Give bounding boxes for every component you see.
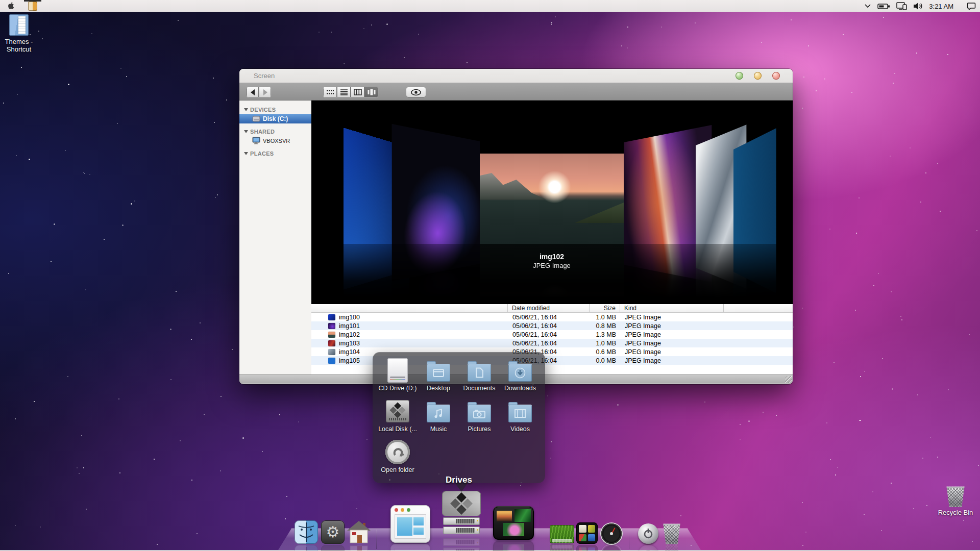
maximize-button[interactable] bbox=[754, 72, 762, 80]
hidden-icons-chevron-icon[interactable] bbox=[864, 4, 871, 9]
disclosure-triangle-icon bbox=[244, 130, 248, 133]
dock-item-drives-stack[interactable] bbox=[442, 491, 481, 536]
dock-item-system-preferences[interactable]: ⚙ ⚙ bbox=[321, 520, 345, 544]
popup-item-music[interactable]: Music bbox=[418, 397, 459, 438]
dock-item-screen-app[interactable] bbox=[390, 505, 430, 543]
forward-icon bbox=[263, 89, 271, 95]
places-header-label: PLACES bbox=[250, 151, 274, 157]
coverflow-area[interactable]: img102 JPEG Image bbox=[311, 101, 793, 304]
dock-item-power[interactable] bbox=[638, 523, 658, 544]
display-cast-icon[interactable] bbox=[896, 2, 907, 10]
popup-item-open-folder[interactable]: Open folder bbox=[377, 438, 418, 479]
column-header-size[interactable]: Size bbox=[590, 304, 620, 312]
action-center-icon[interactable] bbox=[967, 2, 976, 10]
icon-view-button[interactable] bbox=[323, 87, 337, 97]
popup-item-local-disk[interactable]: Local Disk (... bbox=[377, 397, 418, 438]
sidebar: DEVICES Disk (C:) SHARED VBOXSVR PLACES bbox=[239, 101, 311, 374]
recycle-bin-label: Recycle Bin bbox=[930, 509, 980, 516]
menubar: 3:21 AM bbox=[0, 0, 980, 12]
sidebar-item-vboxsvr[interactable]: VBOXSVR bbox=[239, 136, 311, 145]
themes-shortcut[interactable]: Themes - Shortcut bbox=[2, 14, 36, 53]
recycle-bin[interactable]: Recycle Bin bbox=[930, 486, 980, 516]
popup-item-pictures[interactable]: Pictures bbox=[459, 397, 500, 438]
dock-divider bbox=[376, 530, 377, 549]
file-manager-window: Screen DEVICES Disk (C:) SHARED bbox=[239, 69, 793, 384]
dashboard-gauge-icon bbox=[601, 523, 622, 544]
column-view-icon bbox=[354, 89, 362, 95]
forward-button[interactable] bbox=[259, 87, 271, 97]
folder-shortcut-icon bbox=[9, 14, 29, 36]
coverflow-caption: img102 JPEG Image bbox=[480, 253, 624, 269]
popup-item-documents[interactable]: Documents bbox=[459, 356, 500, 397]
popup-item-videos[interactable]: Videos bbox=[500, 397, 541, 438]
widgets-icon bbox=[576, 522, 598, 544]
screen-app-icon bbox=[390, 505, 430, 543]
back-button[interactable] bbox=[247, 87, 259, 97]
apple-icon bbox=[7, 1, 15, 12]
popup-item-downloads[interactable]: Downloads bbox=[500, 356, 541, 397]
shortcut-label-line1: Themes - bbox=[2, 38, 36, 45]
list-view-button[interactable] bbox=[337, 87, 351, 97]
devices-header-label: DEVICES bbox=[250, 107, 276, 113]
clock[interactable]: 3:21 AM bbox=[929, 3, 953, 10]
eye-icon bbox=[410, 89, 422, 96]
thumbnail-icon bbox=[328, 340, 335, 346]
sidebar-section-devices[interactable]: DEVICES bbox=[239, 106, 311, 114]
toolbar bbox=[239, 83, 793, 101]
minimize-button[interactable] bbox=[736, 72, 743, 80]
table-row-img101[interactable]: img10105/06/21, 16:040.8 MBJPEG Image bbox=[311, 321, 793, 330]
taskbar-finder-app[interactable] bbox=[22, 0, 43, 12]
selected-file-kind: JPEG Image bbox=[480, 262, 624, 269]
drives-popup-title: Drives bbox=[373, 475, 545, 485]
battery-icon[interactable] bbox=[877, 3, 890, 10]
dock-item-photos-stack[interactable] bbox=[493, 506, 534, 540]
apple-menu[interactable] bbox=[0, 1, 22, 12]
disk-c-label: Disk (C:) bbox=[263, 115, 288, 122]
thumbnail-icon bbox=[328, 358, 335, 364]
active-app-indicator bbox=[24, 0, 41, 2]
dock-item-show-desktop[interactable] bbox=[550, 525, 574, 543]
open-folder-icon bbox=[385, 440, 410, 464]
popup-item-cd-drive[interactable]: CD Drive (D:) bbox=[377, 356, 418, 397]
list-view-icon bbox=[340, 89, 348, 95]
disclosure-triangle-icon bbox=[244, 108, 248, 111]
sidebar-item-disk-c[interactable]: Disk (C:) bbox=[239, 114, 311, 123]
dock-item-home[interactable] bbox=[347, 520, 371, 544]
photos-stack-icon bbox=[493, 506, 534, 540]
volume-icon[interactable] bbox=[913, 2, 923, 10]
table-row-img100[interactable]: img10005/06/21, 16:041.0 MBJPEG Image bbox=[311, 313, 793, 321]
dock-item-widgets[interactable] bbox=[576, 522, 598, 544]
column-header-name[interactable] bbox=[311, 304, 508, 312]
quicklook-button[interactable] bbox=[406, 87, 426, 97]
coverflow-view-icon bbox=[368, 89, 376, 95]
icon-view-icon bbox=[326, 89, 334, 95]
close-button[interactable] bbox=[772, 72, 780, 80]
finder-icon bbox=[295, 520, 318, 544]
sidebar-section-places[interactable]: PLACES bbox=[239, 149, 311, 158]
column-view-button[interactable] bbox=[351, 87, 364, 97]
resize-grip[interactable] bbox=[785, 376, 792, 383]
table-row-img102[interactable]: img10205/06/21, 16:041.3 MBJPEG Image bbox=[311, 330, 793, 339]
column-header-date[interactable]: Date modified bbox=[508, 304, 590, 312]
dock-divider bbox=[629, 530, 629, 549]
coverflow-view-button[interactable] bbox=[364, 87, 378, 97]
dock-item-finder[interactable] bbox=[295, 520, 318, 544]
vboxsvr-label: VBOXSVR bbox=[263, 138, 290, 144]
column-header-kind[interactable]: Kind bbox=[620, 304, 724, 312]
thumbnail-icon bbox=[328, 314, 335, 320]
trash-icon bbox=[663, 523, 681, 544]
finder-icon bbox=[28, 2, 37, 11]
dock-item-trash[interactable] bbox=[663, 523, 681, 544]
table-row-img103[interactable]: img10305/06/21, 16:041.0 MBJPEG Image bbox=[311, 339, 793, 347]
shore-graphic bbox=[575, 203, 624, 223]
dock-item-dashboard[interactable] bbox=[601, 523, 622, 544]
coverflow-item-img102-selected[interactable] bbox=[480, 154, 624, 244]
folder-documents-icon bbox=[468, 364, 491, 382]
popup-item-desktop[interactable]: Desktop bbox=[418, 356, 459, 397]
folder-downloads-icon bbox=[508, 364, 532, 382]
titlebar[interactable]: Screen bbox=[239, 69, 793, 83]
sidebar-section-shared[interactable]: SHARED bbox=[239, 128, 311, 136]
window-title: Screen bbox=[254, 72, 275, 80]
network-computer-icon bbox=[252, 137, 260, 144]
drives-stack-icon bbox=[442, 491, 481, 536]
